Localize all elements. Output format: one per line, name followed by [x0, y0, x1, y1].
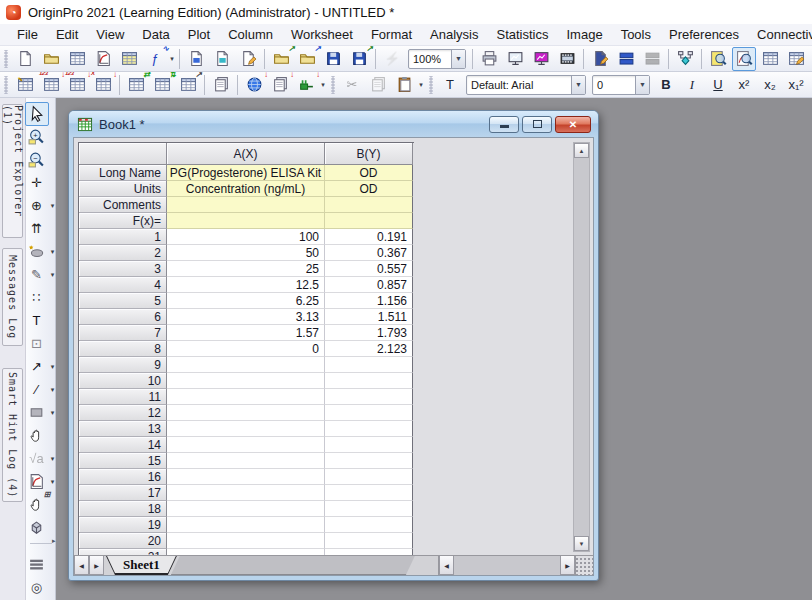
close-button[interactable]: ✕ [555, 116, 591, 133]
rotate-3d-tool[interactable] [25, 516, 49, 540]
cell-a[interactable]: 100 [167, 229, 325, 245]
row-header[interactable]: 14 [79, 437, 167, 453]
sheet-nav-next-button[interactable]: ▶ [89, 556, 104, 575]
dock-tab-smart-hint-log[interactable]: Smart Hint Log (4) [2, 368, 23, 502]
copy-button[interactable] [366, 73, 390, 97]
movie-frames-button[interactable] [555, 47, 579, 71]
italic-button[interactable]: I [680, 73, 704, 97]
cell-b[interactable] [325, 501, 413, 517]
cell-a[interactable] [167, 533, 325, 549]
cell-a[interactable]: 50 [167, 245, 325, 261]
cell-b[interactable]: OD [325, 181, 413, 197]
dock-tab-project-explorer[interactable]: Project Explorer (1) [2, 104, 23, 238]
row-header[interactable]: 17 [79, 485, 167, 501]
cell-a[interactable]: 6.25 [167, 293, 325, 309]
mask-tool[interactable] [25, 240, 49, 264]
row-header[interactable]: 11 [79, 389, 167, 405]
cell-b[interactable]: 1.511 [325, 309, 413, 325]
row-header[interactable]: Units [79, 181, 167, 197]
new-notes-button[interactable] [236, 47, 260, 71]
vertical-scrollbar[interactable]: ▲ ▼ [573, 142, 590, 552]
row-header[interactable]: 13 [79, 421, 167, 437]
screen-reader-tool[interactable]: ✛ [25, 171, 49, 195]
scroll-down-button[interactable]: ▼ [574, 536, 589, 551]
cell-b[interactable] [325, 389, 413, 405]
paste-button[interactable] [392, 73, 416, 97]
reimport-directly-button[interactable]: ⇄ [124, 73, 148, 97]
row-header[interactable]: 18 [79, 501, 167, 517]
cut-button[interactable]: ✂ [340, 73, 364, 97]
new-function-plot-button-dropdown-arrow[interactable]: ▾ [168, 55, 176, 63]
cell-a[interactable] [167, 405, 325, 421]
new-image-button[interactable] [184, 47, 208, 71]
cell-a[interactable] [167, 469, 325, 485]
new-matrix-button[interactable] [117, 47, 141, 71]
arrange-layers-button[interactable] [614, 47, 638, 71]
zoom-in-tool[interactable]: + [25, 125, 49, 149]
worksheet-view-button[interactable] [758, 47, 782, 71]
text-tool[interactable]: T [25, 309, 49, 333]
underline-button[interactable]: U [706, 73, 730, 97]
zoom-level-combo[interactable]: 100%▼ [408, 49, 466, 69]
row-header[interactable]: 2 [79, 245, 167, 261]
font-size-combo[interactable]: 0▼ [592, 75, 650, 95]
cell-b[interactable] [325, 437, 413, 453]
new-layout-button[interactable] [210, 47, 234, 71]
import-ascii-button[interactable]: ↓123 [39, 73, 63, 97]
row-header[interactable]: 19 [79, 517, 167, 533]
row-header[interactable]: 6 [79, 309, 167, 325]
save-template-button[interactable]: ↗ [347, 47, 371, 71]
menu-analysis[interactable]: Analysis [421, 25, 487, 44]
save-project-button[interactable] [321, 47, 345, 71]
cell-b[interactable] [325, 517, 413, 533]
subscript-button[interactable]: x₂ [758, 73, 782, 97]
row-header[interactable]: 5 [79, 293, 167, 309]
hscroll-left-button[interactable]: ◀ [439, 556, 454, 575]
cell-a[interactable]: 3.13 [167, 309, 325, 325]
superscript-button[interactable]: x² [732, 73, 756, 97]
zoom-pan-button[interactable] [706, 47, 730, 71]
equation-tool[interactable]: √a [25, 447, 49, 471]
annotation-tool[interactable]: ⊡ [25, 332, 49, 356]
toolbar-grip[interactable] [331, 76, 335, 94]
import-multiple-ascii-button[interactable]: ↓123 [65, 73, 89, 97]
draw-data-tool[interactable]: ✎ [25, 263, 49, 287]
rectangle-tool[interactable] [25, 401, 49, 425]
menu-plot[interactable]: Plot [179, 25, 219, 44]
sheet-tab-empty-area[interactable] [171, 556, 415, 575]
cell-b[interactable]: 0.557 [325, 261, 413, 277]
cell-b[interactable]: 1.793 [325, 325, 413, 341]
menu-data[interactable]: Data [133, 25, 178, 44]
minimize-button[interactable] [489, 116, 519, 133]
menu-view[interactable]: View [87, 25, 133, 44]
cell-a[interactable]: Concentration (ng/mL) [167, 181, 325, 197]
cell-a[interactable]: 1.57 [167, 325, 325, 341]
row-header[interactable]: 12 [79, 405, 167, 421]
cell-a[interactable] [167, 501, 325, 517]
cell-a[interactable] [167, 421, 325, 437]
row-header[interactable]: 9 [79, 357, 167, 373]
sub-superscript-button[interactable]: x₁² [784, 73, 808, 97]
merge-graphs-button[interactable] [640, 47, 664, 71]
cell-b[interactable] [325, 421, 413, 437]
new-function-plot-button[interactable]: ƒ∿ [143, 47, 167, 71]
menu-worksheet[interactable]: Worksheet [282, 25, 362, 44]
toolbar-grip[interactable] [4, 76, 8, 94]
data-connector-button-dropdown-arrow[interactable]: ▾ [319, 81, 327, 89]
row-header[interactable]: 7 [79, 325, 167, 341]
new-workbook-button[interactable] [65, 47, 89, 71]
cell-b[interactable] [325, 405, 413, 421]
toolbar-grip[interactable] [429, 76, 433, 94]
worksheet-edit-button[interactable] [784, 47, 808, 71]
zoom-graph-button[interactable] [732, 47, 756, 71]
database-import-button[interactable]: ↓ [242, 73, 266, 97]
cell-a[interactable] [167, 453, 325, 469]
cell-a[interactable]: PG(Progesterone) ELISA Kit [167, 165, 325, 181]
cell-a[interactable]: 0 [167, 341, 325, 357]
video-builder-button[interactable] [529, 47, 553, 71]
new-graph-button[interactable] [91, 47, 115, 71]
line-tool[interactable]: ∕ [25, 378, 49, 402]
hscroll-track[interactable] [454, 556, 560, 575]
cell-b[interactable] [325, 357, 413, 373]
row-header[interactable]: 15 [79, 453, 167, 469]
